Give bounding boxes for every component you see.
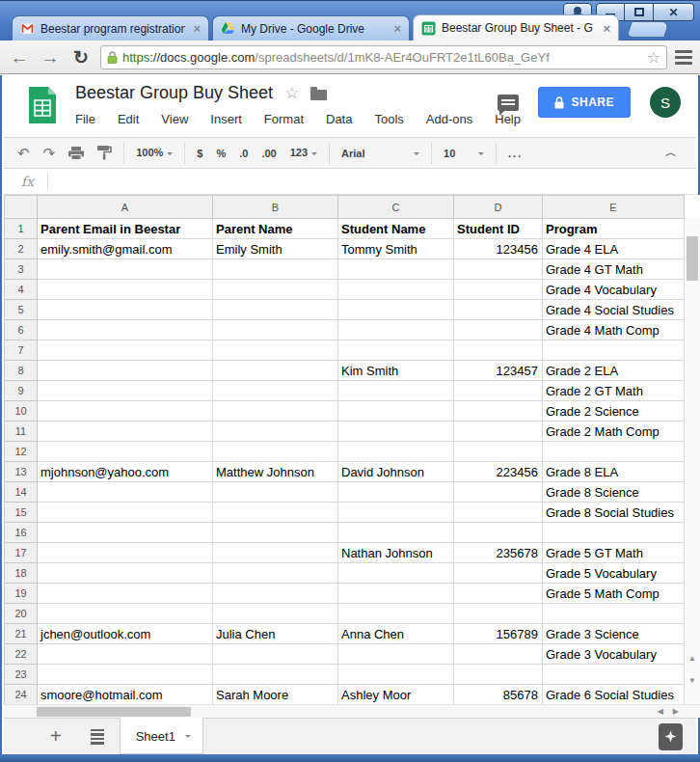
row-header-15[interactable]: 15 (5, 503, 38, 523)
row-header-18[interactable]: 18 (5, 563, 38, 584)
cell-D8[interactable]: 123457 (454, 361, 543, 381)
cell-E8[interactable]: Grade 2 ELA (543, 361, 685, 381)
cell-B11[interactable] (213, 422, 338, 442)
cell-C7[interactable] (338, 340, 454, 361)
row-header-11[interactable]: 11 (5, 422, 38, 442)
cell-A9[interactable] (38, 381, 213, 401)
cell-D12[interactable] (454, 442, 543, 462)
scroll-left-icon[interactable]: ◀ (658, 707, 663, 716)
chrome-menu-icon[interactable] (675, 50, 692, 65)
column-header-E[interactable]: E (543, 196, 685, 219)
cell-D13[interactable]: 223456 (454, 462, 543, 482)
reload-button[interactable]: ↻ (69, 48, 93, 67)
cell-A19[interactable] (38, 584, 213, 604)
cell-D7[interactable] (454, 340, 543, 361)
cell-B22[interactable] (213, 644, 338, 665)
cell-A10[interactable] (38, 401, 213, 422)
cell-D4[interactable] (454, 280, 543, 300)
row-header-13[interactable]: 13 (5, 462, 38, 482)
cell-E12[interactable] (543, 442, 685, 462)
address-bar[interactable]: https://docs.google.com/spreadsheets/d/1… (100, 45, 667, 69)
cell-A12[interactable] (38, 442, 213, 462)
cell-C16[interactable] (338, 523, 454, 543)
cell-C21[interactable]: Anna Chen (338, 624, 454, 644)
cell-B5[interactable] (213, 300, 338, 320)
row-header-16[interactable]: 16 (5, 523, 38, 543)
cell-C24[interactable]: Ashley Moor (338, 685, 454, 705)
row-header-5[interactable]: 5 (5, 300, 38, 320)
cell-E10[interactable]: Grade 2 Science (543, 401, 685, 422)
cell-C3[interactable] (338, 259, 454, 280)
cell-B23[interactable] (213, 665, 338, 685)
sheet-tab-menu-icon[interactable] (185, 735, 191, 741)
cell-C10[interactable] (338, 401, 454, 422)
cell-C13[interactable]: David Johnson (338, 462, 454, 482)
cell-A14[interactable] (38, 482, 213, 503)
cell-A20[interactable] (38, 604, 213, 624)
cell-D18[interactable] (454, 563, 543, 584)
horizontal-scrollbar[interactable]: ◀▶ (4, 704, 700, 718)
cell-B6[interactable] (213, 320, 338, 340)
forward-button[interactable]: → (39, 48, 62, 67)
cell-E7[interactable] (543, 340, 685, 361)
cell-C17[interactable]: Nathan Johnson (338, 543, 454, 563)
row-header-1[interactable]: 1 (5, 219, 38, 239)
move-folder-icon[interactable] (310, 90, 327, 100)
cell-D14[interactable] (454, 482, 543, 503)
cell-A4[interactable] (38, 280, 213, 300)
horizontal-scroll-thumb[interactable] (37, 707, 191, 717)
share-button[interactable]: SHARE (538, 87, 631, 118)
menu-tools[interactable]: Tools (374, 112, 403, 126)
cell-A7[interactable] (38, 340, 213, 361)
cell-E2[interactable]: Grade 4 ELA (543, 239, 685, 259)
cell-C22[interactable] (338, 644, 454, 665)
cell-A8[interactable] (38, 361, 213, 381)
menu-format[interactable]: Format (264, 112, 304, 126)
cell-C2[interactable]: Tommy Smith (338, 239, 454, 259)
cell-E11[interactable]: Grade 2 Math Comp (543, 422, 685, 442)
cell-D22[interactable] (454, 644, 543, 665)
cell-E17[interactable]: Grade 5 GT Math (543, 543, 685, 563)
cell-C18[interactable] (338, 563, 454, 584)
column-header-D[interactable]: D (454, 196, 543, 219)
cell-E22[interactable]: Grade 3 Vocabulary (543, 644, 685, 665)
row-header-7[interactable]: 7 (5, 340, 38, 361)
cell-D20[interactable] (454, 604, 543, 624)
cell-E4[interactable]: Grade 4 Vocabulary (543, 280, 685, 300)
cell-A16[interactable] (38, 523, 213, 543)
cell-D24[interactable]: 85678 (454, 685, 543, 705)
cell-E19[interactable]: Grade 5 Math Comp (543, 584, 685, 604)
cell-B17[interactable] (213, 543, 338, 563)
cell-A15[interactable] (38, 503, 213, 523)
select-all-corner[interactable] (5, 196, 38, 219)
format-currency-button[interactable]: $ (197, 148, 202, 159)
menu-addons[interactable]: Add-ons (426, 112, 472, 126)
cell-A2[interactable]: emily.smith@gmail.com (38, 239, 213, 259)
cell-D10[interactable] (454, 401, 543, 422)
cell-A6[interactable] (38, 320, 213, 340)
cell-E21[interactable]: Grade 3 Science (543, 624, 685, 644)
row-header-20[interactable]: 20 (5, 604, 38, 624)
cell-D23[interactable] (454, 665, 543, 685)
cell-B2[interactable]: Emily Smith (213, 239, 338, 259)
cell-C1[interactable]: Student Name (338, 219, 454, 239)
cell-C11[interactable] (338, 422, 454, 442)
vertical-scrollbar[interactable]: ▲▼ (684, 218, 700, 704)
cell-D3[interactable] (454, 259, 543, 280)
all-sheets-icon[interactable] (75, 729, 120, 745)
collapse-toolbar-button[interactable]: ︿ (665, 145, 683, 161)
row-header-17[interactable]: 17 (5, 543, 38, 563)
cell-A24[interactable]: smoore@hotmail.com (38, 685, 213, 705)
menu-insert[interactable]: Insert (210, 112, 242, 126)
cell-C5[interactable] (338, 300, 454, 320)
cell-A3[interactable] (38, 259, 213, 280)
scroll-right-icon[interactable]: ▶ (673, 707, 679, 716)
cell-E15[interactable]: Grade 8 Social Studies (543, 503, 685, 523)
close-tab-icon[interactable]: × (191, 22, 202, 35)
cell-E14[interactable]: Grade 8 Science (543, 482, 685, 503)
menu-data[interactable]: Data (326, 112, 352, 126)
row-header-2[interactable]: 2 (5, 239, 38, 259)
cell-D19[interactable] (454, 584, 543, 604)
cell-C19[interactable] (338, 584, 454, 604)
cell-B24[interactable]: Sarah Moore (213, 685, 338, 705)
